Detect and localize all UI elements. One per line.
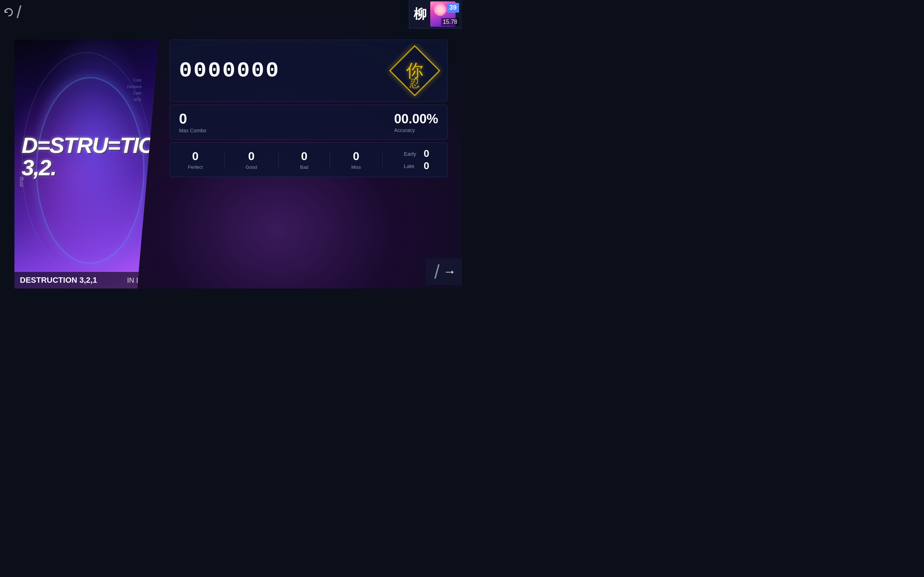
code-labels: Code Cleopera Code M:Er — [127, 77, 142, 103]
song-title-art-line2: 3,2. — [22, 156, 159, 179]
slash-divider: / — [16, 3, 21, 21]
emblem-char-top: 你 — [406, 59, 423, 82]
bottom-slash: / — [434, 260, 439, 283]
max-combo-label: Max Combo — [179, 128, 206, 134]
bad-judgment: 0 Bad — [300, 150, 308, 170]
stats-section: 0 Max Combo 00.00% Accuracy — [170, 105, 447, 140]
miss-judgment: 0 Miss — [351, 150, 361, 170]
score-emblem: 你 忍 — [391, 47, 438, 94]
code-label-3: Code — [127, 90, 142, 97]
player-rating: 15.78 — [441, 18, 459, 26]
early-value: 0 — [424, 148, 430, 160]
right-panel: 0000000 你 忍 0 Max Combo 00.00% Accuracy … — [159, 40, 447, 288]
top-left-controls: / — [3, 3, 21, 21]
late-row: Late 0 — [404, 160, 430, 172]
max-combo-value: 0 — [179, 111, 187, 127]
late-label: Late — [404, 163, 418, 169]
score-number: 0000000 — [179, 58, 280, 83]
good-label: Good — [246, 164, 257, 170]
code-label-2: Cleopera — [127, 84, 142, 90]
accuracy-label: Accuracy — [394, 127, 415, 133]
perfect-judgment: 0 Perfect — [188, 150, 202, 170]
divider-2 — [278, 151, 279, 169]
illust-label: illust — [19, 177, 24, 187]
good-judgment: 0 Good — [246, 150, 257, 170]
perfect-label: Perfect — [188, 164, 202, 170]
player-info: 柳 39 15.78 — [409, 0, 462, 29]
song-level: IN Lv.15 — [127, 276, 153, 285]
early-row: Early 0 — [404, 148, 430, 160]
accuracy-stat: 00.00% Accuracy — [394, 111, 438, 133]
early-late-group: Early 0 Late 0 — [404, 148, 430, 172]
judgment-section: 0 Perfect 0 Good 0 Bad 0 Miss Early — [170, 142, 447, 177]
player-name: 柳 — [414, 5, 426, 23]
song-name: DESTRUCTION 3,2,1 — [20, 276, 97, 285]
bad-value: 0 — [301, 150, 307, 163]
score-section: 0000000 你 忍 — [170, 40, 447, 102]
code-label-1: Code — [127, 77, 142, 84]
divider-1 — [224, 151, 225, 169]
song-info-bar: DESTRUCTION 3,2,1 IN Lv.15 — [15, 272, 159, 288]
early-label: Early — [404, 151, 418, 157]
accuracy-value: 00.00% — [394, 111, 438, 127]
miss-value: 0 — [353, 150, 360, 163]
divider-4 — [382, 151, 383, 169]
perfect-value: 0 — [192, 150, 199, 163]
next-arrow-button[interactable]: → — [443, 264, 456, 279]
good-value: 0 — [248, 150, 255, 163]
song-title-art-line1: D=STRU=TION — [22, 134, 159, 156]
refresh-icon[interactable] — [3, 7, 14, 17]
player-badge: 39 — [447, 3, 459, 13]
code-label-4: M:Er — [127, 97, 142, 103]
song-title-overlay: D=STRU=TION 3,2. — [22, 134, 159, 179]
bad-label: Bad — [300, 164, 308, 170]
late-value: 0 — [424, 160, 430, 172]
divider-3 — [330, 151, 330, 169]
left-panel: Code Cleopera Code M:Er D=STRU=TION 3,2.… — [15, 40, 159, 288]
miss-label: Miss — [351, 164, 361, 170]
main-content: Code Cleopera Code M:Er D=STRU=TION 3,2.… — [0, 40, 462, 288]
bottom-right-controls: / → — [426, 258, 462, 285]
max-combo-stat: 0 Max Combo — [179, 111, 206, 134]
